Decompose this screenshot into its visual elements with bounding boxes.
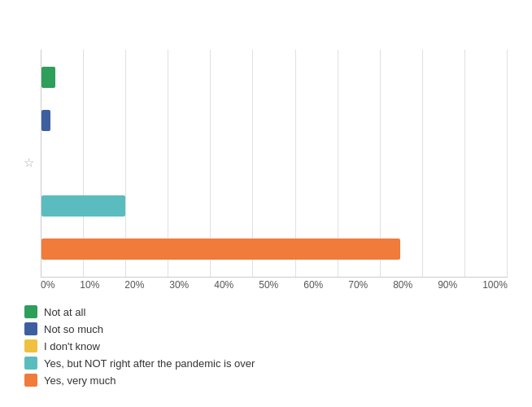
meta-row	[16, 23, 516, 35]
x-axis-label: 40%	[214, 279, 233, 291]
bar-segment	[41, 195, 125, 217]
bar-row	[41, 236, 508, 262]
legend-color-swatch	[24, 339, 37, 352]
x-axis-label: 80%	[393, 279, 412, 291]
legend-label-text: Yes, but NOT right after the pandemic is…	[44, 357, 255, 370]
grid-container: ☆	[41, 50, 508, 278]
legend-item: I don't know	[24, 339, 516, 352]
legend-item: Yes, very much	[24, 374, 516, 387]
legend-label-text: Not so much	[44, 323, 103, 335]
bar-segment	[41, 110, 50, 131]
bar-chart: ☆ 0%10%20%30%40%50%60%70%80%90%100%	[41, 50, 508, 291]
legend-item: Not so much	[24, 322, 516, 335]
legend-label-text: Yes, very much	[44, 374, 116, 387]
legend-label-text: Not at all	[44, 306, 85, 318]
bar-row	[41, 64, 508, 90]
chart-area: ☆ 0%10%20%30%40%50%60%70%80%90%100%	[41, 50, 508, 291]
x-axis-label: 30%	[169, 279, 189, 291]
legend-color-swatch	[24, 305, 37, 318]
legend-item: Not at all	[24, 305, 516, 318]
x-axis-label: 0%	[41, 279, 55, 291]
legend-color-swatch	[24, 357, 37, 370]
bar-segment	[41, 67, 55, 88]
bar-row	[41, 107, 508, 133]
legend-item: Yes, but NOT right after the pandemic is…	[24, 357, 516, 370]
legend-color-swatch	[24, 322, 37, 335]
x-axis-label: 60%	[303, 279, 323, 291]
x-axis-label: 20%	[124, 279, 144, 291]
x-axis-label: 90%	[438, 279, 457, 291]
bar-row: ☆	[41, 150, 508, 176]
legend: Not at allNot so muchI don't knowYes, bu…	[24, 305, 516, 387]
legend-color-swatch	[24, 374, 37, 387]
x-axis: 0%10%20%30%40%50%60%70%80%90%100%	[41, 279, 508, 291]
bar-row	[41, 193, 508, 219]
bars-wrapper: ☆	[41, 50, 508, 277]
legend-label-text: I don't know	[44, 340, 100, 352]
x-axis-label: 50%	[259, 279, 278, 291]
x-axis-label: 10%	[80, 279, 99, 291]
star-icon: ☆	[24, 155, 34, 170]
x-axis-label: 100%	[482, 279, 508, 291]
bar-segment	[41, 239, 400, 260]
x-axis-label: 70%	[348, 279, 368, 291]
